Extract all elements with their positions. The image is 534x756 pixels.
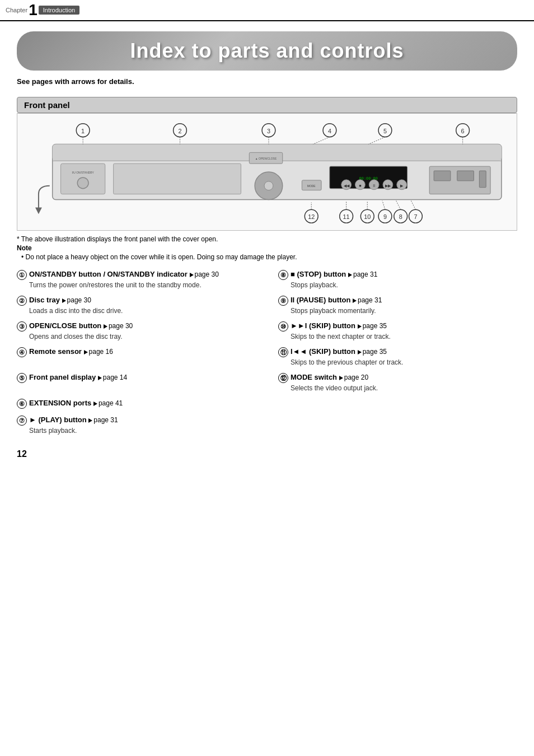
svg-rect-28 [479, 171, 486, 188]
item-desc: Stops playback. [291, 281, 512, 289]
svg-text:12: 12 [308, 213, 315, 220]
item-number: ⑨ [278, 296, 288, 306]
page-ref: page 30 [190, 270, 219, 278]
item-number: ③ [17, 321, 27, 332]
items-grid: ①ON/STANDBY button / ON/STANDBY indicato… [17, 267, 517, 438]
item-desc: Starts playback. [29, 427, 261, 435]
page-ref: page 41 [93, 399, 123, 407]
page-ref: page 14 [98, 374, 127, 381]
chapter-label: Chapter [6, 7, 27, 13]
item-desc: Opens and closes the disc tray. [29, 333, 261, 340]
page-number: 12 [17, 449, 534, 459]
svg-line-61 [396, 201, 401, 210]
page-ref: page 30 [62, 296, 91, 304]
breadcrumb: Chapter 1 Introduction [0, 0, 534, 21]
svg-text:7: 7 [414, 213, 417, 220]
svg-rect-26 [434, 171, 451, 181]
page-title: Index to parts and controls [34, 39, 500, 63]
subtitle: See pages with arrows for details. [17, 77, 517, 86]
front-panel-diagram: I/U ON/STANDBY ▲ OPEN/CLOSE 00:00:00 MOD… [17, 113, 517, 231]
item-number: ⑫ [278, 373, 288, 383]
svg-point-5 [77, 178, 88, 189]
page-ref: page 31 [353, 296, 382, 304]
item-number: ⑪ [278, 347, 288, 357]
item-title-text: ► (PLAY) button page 31 [29, 416, 118, 424]
section-front-panel: Front panel [17, 97, 517, 113]
svg-line-40 [313, 137, 330, 144]
svg-text:4: 4 [328, 128, 331, 134]
diagram-svg: I/U ON/STANDBY ▲ OPEN/CLOSE 00:00:00 MOD… [17, 114, 517, 230]
svg-text:11: 11 [343, 213, 350, 220]
svg-text:9: 9 [383, 213, 387, 220]
svg-line-58 [382, 201, 385, 210]
item-desc: Stops playback momentarily. [291, 307, 512, 315]
item-number: ① [17, 270, 27, 280]
item-entry-right: ⑨II (PAUSE) button page 31Stops playback… [267, 292, 517, 318]
item-title-text: Disc tray page 30 [29, 296, 91, 304]
note-label: Note [17, 244, 517, 252]
item-number: ② [17, 296, 27, 306]
page-ref: page 20 [339, 374, 368, 381]
item-desc: Skips to the next chapter or track. [291, 333, 512, 340]
item-title-text: Front panel display page 14 [29, 373, 127, 381]
svg-rect-6 [114, 164, 241, 194]
svg-text:2: 2 [178, 128, 181, 134]
item-entry-left: ①ON/STANDBY button / ON/STANDBY indicato… [17, 267, 267, 292]
note-main: * The above illustration displays the fr… [17, 235, 517, 243]
svg-line-43 [368, 137, 385, 144]
item-entry-right [267, 412, 517, 438]
item-desc: Selects the video output jack. [291, 384, 512, 392]
svg-text:▶▶: ▶▶ [385, 184, 391, 188]
item-title-text: ►►I (SKIP) button page 35 [291, 321, 387, 330]
page-ref: page 35 [358, 322, 387, 330]
item-title-text: OPEN/CLOSE button page 30 [29, 321, 133, 330]
item-desc: Skips to the previous chapter or track. [291, 358, 512, 366]
item-title-text: ON/STANDBY button / ON/STANDBY indicator… [29, 270, 219, 278]
item-number: ⑤ [17, 373, 27, 383]
item-entry-right: ⑩►►I (SKIP) button page 35Skips to the n… [267, 318, 517, 344]
item-entry-left: ④Remote sensor page 16 [17, 344, 267, 370]
title-banner: Index to parts and controls [17, 31, 517, 71]
item-entry-right: ⑪I◄◄ (SKIP) button page 35Skips to the p… [267, 344, 517, 370]
svg-text:1: 1 [81, 128, 85, 134]
item-title-text: ■ (STOP) button page 31 [291, 270, 377, 278]
page-ref: page 16 [84, 348, 113, 356]
page-ref: page 31 [348, 270, 377, 278]
svg-line-64 [411, 201, 416, 210]
svg-text:▲ OPEN/CLOSE: ▲ OPEN/CLOSE [255, 157, 277, 160]
page-ref: page 30 [104, 322, 133, 330]
page-ref: page 35 [358, 348, 387, 356]
page-ref: page 31 [88, 416, 118, 424]
item-title-text: MODE switch page 20 [291, 373, 368, 381]
svg-point-10 [264, 181, 273, 190]
svg-text:10: 10 [364, 213, 371, 220]
item-title-text: EXTENSION ports page 41 [29, 399, 123, 407]
svg-text:5: 5 [383, 128, 387, 134]
item-entry-right: ⑧■ (STOP) button page 31Stops playback. [267, 267, 517, 292]
notes-area: * The above illustration displays the fr… [17, 235, 517, 261]
item-desc: Turns the power on/restores the unit to … [29, 281, 261, 289]
item-number: ⑦ [17, 416, 27, 426]
svg-text:3: 3 [267, 128, 270, 134]
item-number: ⑧ [278, 270, 288, 280]
intro-label: Introduction [39, 6, 79, 15]
item-entry-left: ②Disc tray page 30Loads a disc into the … [17, 292, 267, 318]
svg-text:II: II [373, 184, 375, 188]
item-desc: Loads a disc into the disc drive. [29, 307, 261, 315]
item-entry-left: ⑦► (PLAY) button page 31Starts playback. [17, 412, 267, 438]
item-title-text: II (PAUSE) button page 31 [291, 296, 382, 304]
item-entry-left: ③OPEN/CLOSE button page 30Opens and clos… [17, 318, 267, 344]
item-title-text: Remote sensor page 16 [29, 347, 113, 356]
item-number: ⑩ [278, 321, 288, 332]
item-entry-left: ⑤Front panel display page 14 [17, 370, 267, 395]
item-entry-right: ⑫MODE switch page 20Selects the video ou… [267, 370, 517, 395]
item-number: ④ [17, 347, 27, 357]
item-entry-left: ⑥EXTENSION ports page 41 [17, 395, 267, 412]
item-title-text: I◄◄ (SKIP) button page 35 [291, 347, 387, 356]
svg-text:MODE: MODE [307, 185, 316, 188]
svg-text:■: ■ [359, 184, 361, 188]
item-entry-right [267, 395, 517, 412]
item-number: ⑥ [17, 399, 27, 409]
note-bullet: • Do not place a heavy object on the cov… [21, 253, 517, 261]
svg-text:6: 6 [461, 128, 465, 134]
